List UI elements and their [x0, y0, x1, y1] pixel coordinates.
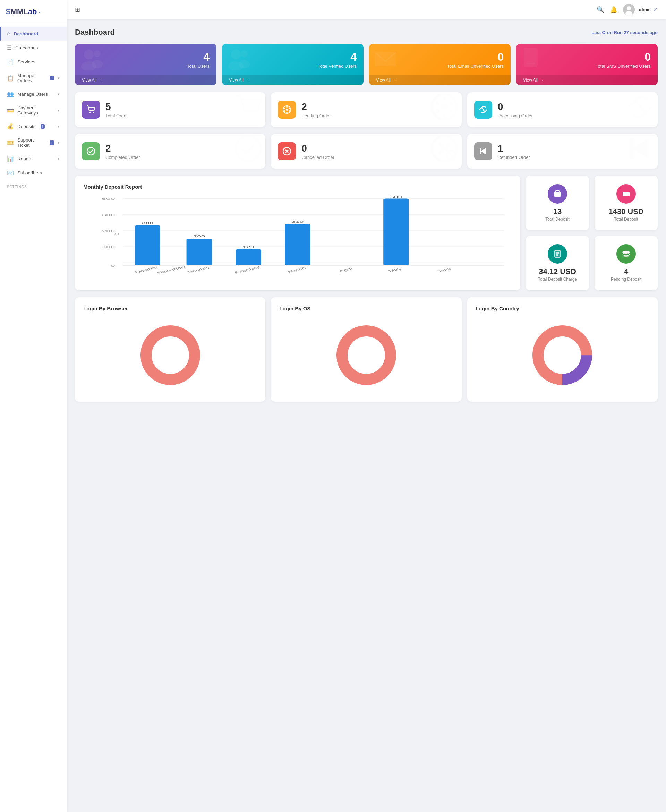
refunded-order-label: Refunded Order [498, 155, 530, 160]
svg-point-96 [549, 342, 575, 368]
refunded-order-number: 1 [498, 143, 530, 154]
verified-check-icon: ✓ [653, 7, 658, 13]
cancelled-order-card: 0 Cancelled Order [271, 134, 462, 168]
svg-text:November: November [155, 265, 188, 275]
svg-text:200: 200 [102, 229, 115, 233]
ticket-badge: ! [49, 140, 54, 145]
chart-area: 0 100 200 300 500 300 20 [83, 195, 512, 282]
sidebar-item-label: Dashboard [14, 31, 38, 36]
pending-deposit-label: Pending Deposit [611, 277, 641, 282]
sidebar-item-services[interactable]: 📄 Services [0, 55, 67, 69]
chevron-down-icon: ▾ [58, 76, 60, 81]
svg-point-21 [288, 108, 290, 109]
sidebar-item-label: Services [17, 59, 35, 64]
sms-unverified-card: 0 Total SMS Unverified Users View All → [516, 44, 658, 85]
cron-info: Last Cron Run 27 seconds ago [592, 30, 658, 35]
services-icon: 📄 [7, 59, 14, 65]
svg-text:310: 310 [292, 220, 304, 223]
svg-marker-47 [633, 138, 648, 159]
svg-point-9 [241, 50, 248, 57]
bell-icon[interactable]: 🔔 [610, 6, 617, 13]
svg-point-17 [253, 114, 258, 119]
svg-rect-80 [559, 194, 560, 195]
svg-point-27 [435, 101, 440, 105]
email-bg-icon [373, 46, 397, 75]
completed-bg-icon [234, 135, 262, 168]
deposit-charge-number: 34.12 USD [539, 267, 576, 276]
svg-point-3 [84, 49, 94, 59]
pending-order-card: 2 Pending Order [271, 92, 462, 127]
sidebar-item-report[interactable]: 📊 Report ▾ [0, 152, 67, 166]
users-icon: 👥 [7, 91, 14, 97]
svg-point-25 [286, 112, 288, 113]
grid-toggle-icon[interactable]: ⊞ [75, 6, 80, 13]
svg-point-1 [627, 6, 631, 10]
money-icon-wrap [617, 184, 636, 204]
svg-point-29 [435, 109, 440, 113]
deposit-charge-label: Total Deposit Charge [538, 277, 577, 282]
sidebar-item-label: Payment Gateways [17, 105, 54, 115]
pending-order-label: Pending Order [302, 113, 331, 118]
svg-text:April: April [338, 267, 354, 273]
settings-section-label: SETTINGS [0, 180, 67, 190]
total-order-number: 5 [106, 101, 128, 112]
chevron-down-icon: ▾ [58, 92, 60, 96]
sidebar-item-support-ticket[interactable]: 🎫 Support Ticket ! ▾ [0, 133, 67, 152]
country-donut-svg [531, 324, 593, 386]
bottom-section: Monthly Deposit Report 0 100 [75, 176, 658, 290]
verified-users-view-all[interactable]: View All → [222, 75, 364, 85]
svg-point-83 [625, 193, 627, 195]
sidebar-item-label: Deposits [17, 124, 36, 129]
browser-donut-svg [139, 324, 201, 386]
svg-text:100: 100 [102, 245, 115, 249]
svg-point-89 [623, 251, 630, 254]
sidebar-item-label: Manage Orders [17, 73, 45, 83]
processing-order-card: 0 Processing Order [467, 92, 658, 127]
cart-bg-icon [234, 93, 262, 126]
cancelled-icon-wrap [278, 142, 296, 160]
sms-unverified-view-all[interactable]: View All → [516, 75, 658, 85]
completed-order-number: 2 [106, 143, 140, 154]
sidebar-item-subscribers[interactable]: 📧 Subscribers [0, 166, 67, 180]
chevron-down-icon: ▾ [58, 124, 60, 129]
svg-point-91 [157, 342, 183, 368]
username-label: admin [638, 7, 651, 13]
pending-bg-icon [430, 93, 458, 126]
logo-dot: · [38, 6, 41, 17]
total-users-view-all[interactable]: View All → [75, 75, 216, 85]
svg-point-28 [449, 101, 453, 105]
orders-icon: 📋 [7, 75, 14, 82]
sidebar-item-manage-users[interactable]: 👥 Manage Users ▾ [0, 87, 67, 101]
sidebar-item-manage-orders[interactable]: 📋 Manage Orders ! ▾ [0, 69, 67, 87]
total-deposit-count-number: 13 [553, 207, 562, 216]
chevron-down-icon: ▾ [58, 156, 60, 161]
cancelled-order-label: Cancelled Order [302, 155, 335, 160]
sidebar-item-dashboard[interactable]: ⌂ Dashboard [0, 27, 67, 41]
svg-text:300: 300 [142, 221, 154, 224]
subscribers-icon: 📧 [7, 170, 14, 176]
total-order-label: Total Order [106, 113, 128, 118]
sidebar-item-payment-gateways[interactable]: 💳 Payment Gateways ▾ [0, 101, 67, 119]
processing-icon-wrap [474, 100, 492, 119]
sms-bg-icon [520, 46, 545, 75]
user-menu[interactable]: admin ✓ [623, 4, 658, 16]
total-deposit-usd-label: Total Deposit [614, 217, 638, 222]
svg-point-15 [92, 112, 94, 114]
svg-text:May: May [387, 267, 403, 273]
email-unverified-view-all[interactable]: View All → [369, 75, 511, 85]
svg-point-22 [284, 110, 285, 112]
pending-deposit-card: 4 Pending Deposit [595, 236, 658, 291]
stat-cards-section: 4 Total Users View All → 4 Total Verifie… [75, 44, 658, 85]
search-icon[interactable]: 🔍 [597, 6, 604, 13]
sidebar-item-categories[interactable]: ☰ Categories [0, 41, 67, 55]
pending-order-number: 2 [302, 101, 331, 112]
chevron-down-icon: ▾ [58, 140, 60, 145]
order-cards-row1: 5 Total Order [75, 92, 658, 127]
home-icon: ⌂ [7, 31, 10, 37]
main-content: ⊞ 🔍 🔔 admin ✓ Dashboard Last Cron Run 27… [67, 0, 666, 812]
pending-money-icon-wrap [617, 244, 636, 264]
os-donut-wrap [279, 317, 453, 393]
deposits-badge: ! [41, 124, 45, 129]
svg-point-14 [89, 112, 91, 114]
sidebar-item-deposits[interactable]: 💰 Deposits ! ▾ [0, 119, 67, 133]
